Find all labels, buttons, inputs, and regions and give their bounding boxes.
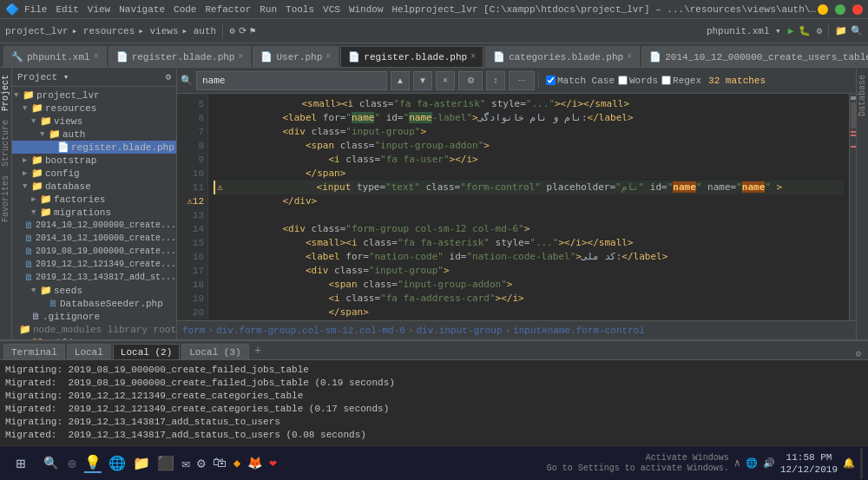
taskbar-cortana-icon[interactable]: ◎ (69, 456, 76, 470)
window-controls[interactable]: – □ × (818, 4, 863, 15)
menu-bar[interactable]: File Edit View Navigate Code Refactor Ru… (24, 4, 415, 15)
breadcrumb-div-input-group[interactable]: div.input-group (416, 325, 502, 336)
regex-checkbox[interactable] (661, 76, 671, 85)
tab-register1[interactable]: 📄 register.blade.php × (108, 46, 252, 67)
tab-close-register-active[interactable]: × (470, 52, 476, 62)
sidebar-item-node-modules[interactable]: 📁 node_modules library root (12, 323, 176, 336)
taskbar-tray-icons[interactable]: ∧ (734, 457, 740, 470)
breadcrumb-div-form-group[interactable]: div.form-group.col-sm-12.col-md-6 (216, 325, 405, 336)
search-filter-button[interactable]: ⚙ (458, 71, 483, 90)
menu-refactor[interactable]: Refactor (205, 4, 251, 15)
toolbar-icon2[interactable]: 🔍 (851, 25, 863, 36)
tab-register-active[interactable]: 📄 register.blade.php × (340, 46, 483, 67)
tab-close-user[interactable]: × (326, 52, 331, 62)
menu-edit[interactable]: Edit (56, 4, 78, 15)
sidebar-item-bootstrap[interactable]: ▶ 📁 bootstrap (12, 154, 176, 167)
breadcrumb-input[interactable]: input#name.form-control (513, 325, 645, 336)
toolbar-settings-icon[interactable]: ⚙ (229, 25, 235, 36)
taskbar-app-phpstorm[interactable]: 💡 (84, 454, 102, 473)
menu-navigate[interactable]: Navigate (119, 4, 165, 15)
menu-tools[interactable]: Tools (286, 4, 314, 15)
taskbar-network-icon[interactable]: 🌐 (746, 457, 758, 469)
menu-window[interactable]: Window (349, 4, 384, 15)
sidebar-item-config[interactable]: ▶ 📁 config (12, 167, 176, 180)
scroll-indicator[interactable] (849, 94, 856, 320)
menu-file[interactable]: File (24, 4, 47, 15)
edge-tab-project[interactable]: Project (1, 71, 10, 115)
tab-phpunit[interactable]: 🔧 phpunit.xml × (3, 46, 107, 67)
sidebar-item-migration-2[interactable]: 🗎 2019_08_19_000000_create... (12, 245, 176, 258)
sidebar-item-migration-0[interactable]: 🗎 2014_10_12_000000_create... (12, 219, 176, 232)
toolbar-more-icon[interactable]: ⚙ (816, 25, 822, 36)
run-button[interactable]: ▶ (788, 25, 794, 36)
sidebar-item-database[interactable]: ▼ 📁 database (12, 180, 176, 193)
tab-user[interactable]: 📄 User.php × (253, 46, 339, 67)
terminal-tab-local2[interactable]: Local (2) (113, 344, 180, 359)
sidebar-item-resources[interactable]: ▼ 📁 resources (12, 102, 176, 115)
match-case-checkbox[interactable] (546, 76, 556, 85)
terminal-tab-terminal[interactable]: Terminal (3, 344, 65, 359)
tab-migration1[interactable]: 📄 2014_10_12_000000_create_users_table.p… (641, 46, 868, 67)
taskbar-app-chrome[interactable]: 🌐 (108, 455, 126, 472)
tab-close-register1[interactable]: × (238, 52, 243, 62)
taskbar-app-extra3[interactable]: ❤ (269, 456, 276, 470)
menu-vcs[interactable]: VCS (323, 4, 340, 15)
edge-tab-favorites[interactable]: Favorites (1, 172, 10, 226)
edge-tab-structure[interactable]: Structure (1, 116, 10, 170)
sidebar-item-migration-1[interactable]: 🗎 2014_10_12_100000_create... (12, 232, 176, 245)
match-case-option[interactable]: Match Case (546, 76, 615, 86)
search-down-button[interactable]: ▼ (413, 71, 432, 90)
taskbar-app-extra1[interactable]: ◆ (233, 456, 240, 470)
sidebar-item-migration-3[interactable]: 🗎 2019_12_12_121349_create... (12, 258, 176, 271)
menu-help[interactable]: Help (392, 4, 415, 15)
tab-categories[interactable]: 📄 categories.blade.php × (485, 46, 640, 67)
tab-close-phpunit[interactable]: × (94, 52, 99, 62)
tab-close-categories[interactable]: × (627, 52, 632, 62)
maximize-button[interactable]: □ (835, 4, 845, 15)
taskbar-app-extra2[interactable]: 🦊 (247, 456, 262, 470)
words-checkbox[interactable] (618, 76, 628, 85)
taskbar-app-store[interactable]: 🛍 (213, 455, 227, 471)
add-terminal-button[interactable]: + (254, 344, 261, 358)
sidebar-item-migrations[interactable]: ▼ 📁 migrations (12, 206, 176, 219)
debug-button[interactable]: 🐛 (799, 25, 811, 36)
sidebar-item-register[interactable]: 📄 register.blade.php (12, 141, 176, 154)
sidebar-settings-icon[interactable]: ⚙ (165, 71, 171, 82)
windows-start-button[interactable]: ⊞ (5, 448, 36, 479)
menu-code[interactable]: Code (174, 4, 196, 15)
words-option[interactable]: Words (618, 76, 658, 86)
sidebar-item-views[interactable]: ▼ 📁 views (12, 115, 176, 128)
menu-run[interactable]: Run (260, 4, 277, 15)
taskbar-search-icon[interactable]: 🔍 (43, 456, 58, 470)
terminal-tab-local3[interactable]: Local (3) (181, 344, 248, 359)
search-more-button[interactable]: ··· (509, 71, 535, 90)
database-tab[interactable]: Database (858, 71, 867, 120)
taskbar-show-desktop[interactable] (860, 448, 863, 479)
regex-option[interactable]: Regex (661, 76, 701, 86)
sidebar-item-project-root[interactable]: ▼ 📁 project_lvr (12, 89, 176, 102)
sidebar-item-databaseseeder[interactable]: 🗎 DatabaseSeeder.php (12, 297, 176, 310)
sidebar-item-factories[interactable]: ▶ 📁 factories (12, 193, 176, 206)
code-content[interactable]: <small><i class="fa fa-asterisk" style="… (208, 94, 849, 320)
taskbar-app-explorer[interactable]: 📁 (133, 455, 150, 472)
menu-view[interactable]: View (88, 4, 110, 15)
close-button[interactable]: × (852, 4, 863, 15)
minimize-button[interactable]: – (818, 4, 828, 15)
sidebar-item-migration-4[interactable]: 🗎 2019_12_13_143817_add_st... (12, 271, 176, 284)
search-up-button[interactable]: ▲ (391, 71, 410, 90)
search-expand-button[interactable]: ↕ (486, 71, 505, 90)
taskbar-app-mail[interactable]: ✉ (181, 455, 190, 472)
toolbar-config-icon[interactable]: ⚑ (250, 25, 256, 36)
taskbar-volume-icon[interactable]: 🔊 (763, 457, 775, 469)
search-close-button[interactable]: × (436, 71, 455, 90)
taskbar-app-terminal[interactable]: ⬛ (157, 455, 174, 472)
toolbar-sync-icon[interactable]: ⟳ (239, 25, 247, 36)
sidebar-item-seeds[interactable]: ▼ 📁 seeds (12, 284, 176, 297)
taskbar-notification-icon[interactable]: 🔔 (843, 457, 855, 469)
breadcrumb-form[interactable]: form (182, 325, 205, 336)
taskbar-app-settings[interactable]: ⚙ (197, 455, 206, 472)
toolbar-icon1[interactable]: 📁 (835, 25, 847, 36)
taskbar-clock[interactable]: 11:58 PM12/12/2019 (780, 451, 838, 476)
terminal-settings-icon[interactable]: ⚙ (855, 348, 861, 359)
sidebar-item-gitignore[interactable]: 🗎 .gitignore (12, 310, 176, 323)
